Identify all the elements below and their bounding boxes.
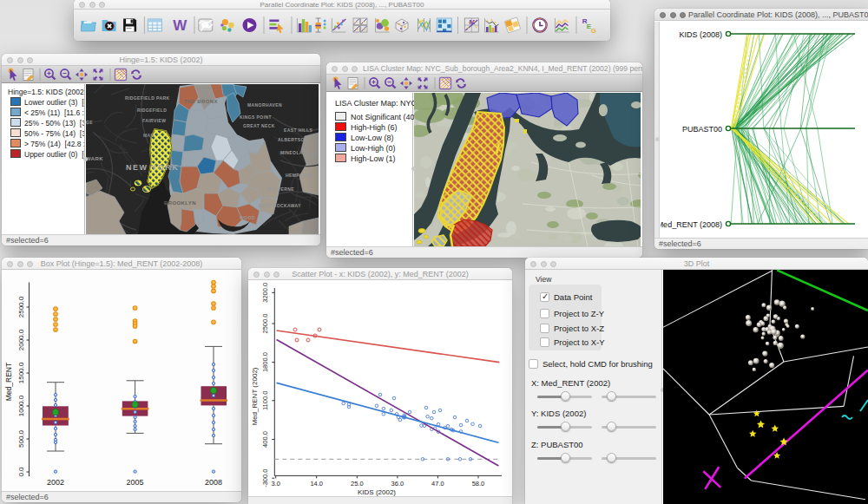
svg-text:GREAT NECK: GREAT NECK <box>243 123 275 128</box>
svg-text:KIDS (2008): KIDS (2008) <box>679 30 722 39</box>
svg-text:Med_RENT (2002): Med_RENT (2002) <box>251 367 259 425</box>
svg-text:MAN: MAN <box>143 133 155 138</box>
svg-text:MANORHAVEN: MANORHAVEN <box>247 102 282 108</box>
svg-text:2005: 2005 <box>127 478 144 487</box>
svg-text:1100.0: 1100.0 <box>261 391 269 410</box>
svg-text:47.0: 47.0 <box>431 480 444 488</box>
svg-text:MINEOLA: MINEOLA <box>280 150 303 155</box>
svg-text:36.0: 36.0 <box>391 480 404 488</box>
svg-text:HEMPSTEA: HEMPSTEA <box>286 173 312 178</box>
svg-text:G: G <box>591 27 596 35</box>
svg-text:Med_RENT (2008): Med_RENT (2008) <box>661 220 722 229</box>
svg-text:-300.0: -300.0 <box>261 469 269 488</box>
svg-text:ALBERTSON: ALBERTSON <box>278 137 308 142</box>
svg-text:WARK: WARK <box>86 156 103 161</box>
svg-text:58.0: 58.0 <box>472 480 485 488</box>
svg-text:WOOD: WOOD <box>240 215 255 220</box>
svg-text:400.0: 400.0 <box>261 431 269 448</box>
svg-text:EAST HILLS: EAST HILLS <box>284 128 312 133</box>
svg-text:PUBAST00: PUBAST00 <box>682 125 722 134</box>
svg-text:EAST ROCKAWAY: EAST ROCKAWAY <box>259 203 301 208</box>
svg-text:2002: 2002 <box>47 478 64 487</box>
svg-text:SA: SA <box>312 152 319 157</box>
svg-text:500.0: 500.0 <box>17 429 25 448</box>
svg-text:RIDGEFIELD: RIDGEFIELD <box>137 108 167 113</box>
svg-text:3.0: 3.0 <box>271 480 279 488</box>
svg-text:W: W <box>173 17 187 34</box>
svg-text:FAIRVIEW: FAIRVIEW <box>142 118 166 123</box>
svg-text:NEW YORK: NEW YORK <box>126 163 179 172</box>
svg-text:1800.0: 1800.0 <box>261 352 269 372</box>
svg-text:BROOKLYN: BROOKLYN <box>164 200 196 206</box>
svg-text:2008: 2008 <box>205 478 222 487</box>
svg-text:2500.0: 2500.0 <box>261 314 269 334</box>
svg-text:MALVERNE: MALVERNE <box>267 187 294 192</box>
svg-text:1000.0: 1000.0 <box>17 395 25 416</box>
svg-text:KINGS POINT: KINGS POINT <box>240 115 272 120</box>
svg-text:RIDGEFIELD PARK: RIDGEFIELD PARK <box>125 95 169 101</box>
svg-text:H: H <box>86 193 90 199</box>
svg-text:25.0: 25.0 <box>351 480 364 488</box>
svg-text:2500.0: 2500.0 <box>17 296 25 317</box>
svg-text:0.0: 0.0 <box>17 467 25 477</box>
svg-text:3200.0: 3200.0 <box>261 283 269 303</box>
svg-text:THE BRONX: THE BRONX <box>184 99 218 104</box>
svg-text:Med_RENT: Med_RENT <box>4 363 13 401</box>
svg-text:GE: GE <box>86 120 93 125</box>
svg-text:14.0: 14.0 <box>310 480 323 488</box>
svg-text:1500.0: 1500.0 <box>17 362 25 383</box>
svg-text:2000.0: 2000.0 <box>17 329 25 350</box>
svg-text:KIDS (2002): KIDS (2002) <box>358 488 396 496</box>
